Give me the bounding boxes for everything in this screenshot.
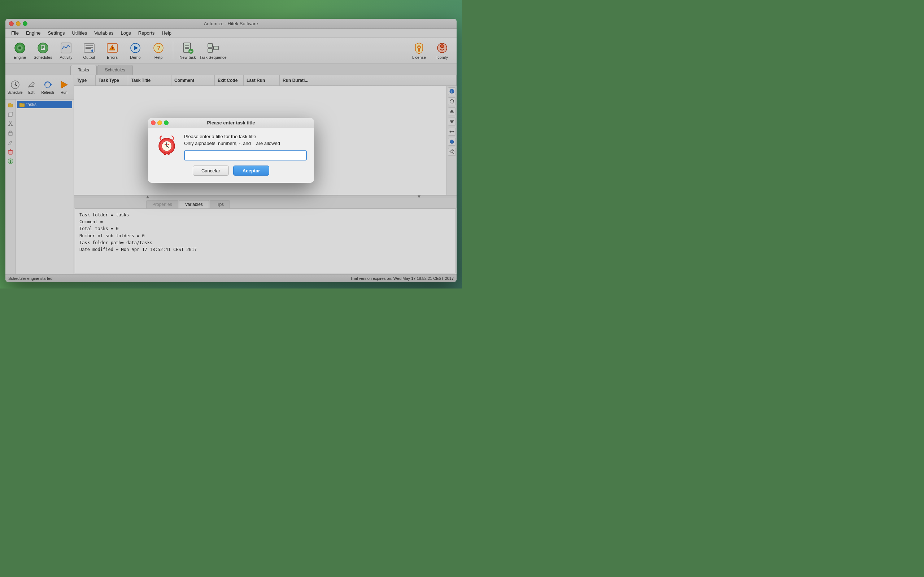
dialog-title: Please enter task title bbox=[207, 120, 255, 126]
svg-point-84 bbox=[168, 144, 169, 145]
cancel-button[interactable]: Cancelar bbox=[193, 166, 229, 176]
dialog-min[interactable] bbox=[157, 121, 162, 125]
svg-point-80 bbox=[166, 146, 168, 147]
dialog-content: Please enter a title for the task title … bbox=[155, 134, 307, 161]
accept-button[interactable]: Aceptar bbox=[233, 166, 269, 176]
modal-overlay: Please enter task title bbox=[5, 19, 457, 282]
task-title-input[interactable] bbox=[184, 150, 307, 161]
dialog-titlebar: Please enter task title bbox=[148, 118, 314, 128]
dialog-message2: Only alphabets, numbers, -, and _ are al… bbox=[184, 141, 307, 146]
dialog-message1: Please enter a title for the task title bbox=[184, 134, 307, 139]
dialog-max[interactable] bbox=[164, 121, 168, 125]
main-window: Automize - Hitek Software File Engine Se… bbox=[5, 19, 457, 282]
dialog-body: Please enter a title for the task title … bbox=[148, 128, 314, 183]
alarm-clock-icon bbox=[155, 134, 178, 157]
dialog-close[interactable] bbox=[151, 121, 155, 125]
svg-rect-81 bbox=[164, 153, 166, 155]
dialog: Please enter task title bbox=[148, 118, 314, 183]
dialog-traffic-lights bbox=[151, 121, 168, 125]
dialog-buttons: Cancelar Aceptar bbox=[155, 166, 307, 176]
svg-rect-82 bbox=[168, 153, 170, 155]
dialog-text-area: Please enter a title for the task title … bbox=[184, 134, 307, 161]
dialog-icon-area bbox=[155, 134, 178, 161]
